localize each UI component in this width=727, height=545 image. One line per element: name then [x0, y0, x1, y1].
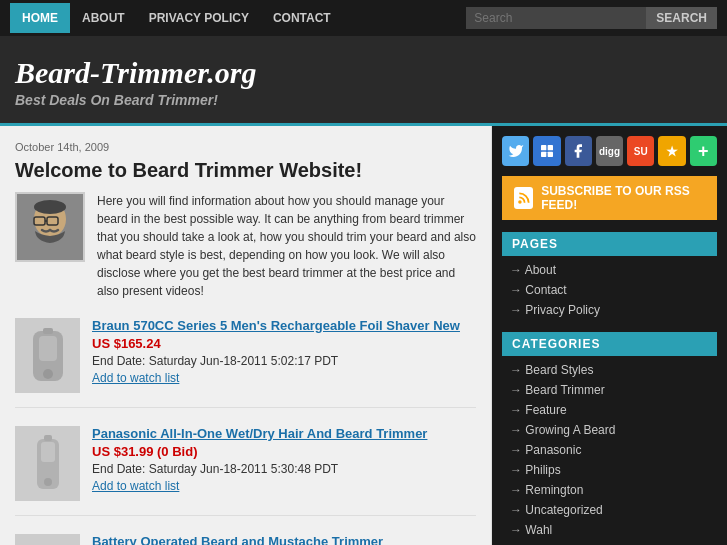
sidebar-item-panasonic[interactable]: Panasonic: [502, 440, 717, 460]
product-link[interactable]: Panasonic All-In-One Wet/Dry Hair And Be…: [92, 426, 476, 441]
product-link[interactable]: Battery Operated Beard and Mustache Trim…: [92, 534, 476, 545]
sidebar-item-contact[interactable]: Contact: [502, 280, 717, 300]
product-price: US $31.99 (0 Bid): [92, 444, 476, 459]
categories-section: CATEGORIES Beard Styles Beard Trimmer Fe…: [502, 332, 717, 540]
svg-rect-8: [43, 328, 53, 334]
facebook-icon[interactable]: [565, 136, 592, 166]
product-end-date: End Date: Saturday Jun-18-2011 5:30:48 P…: [92, 462, 476, 476]
nav-contact[interactable]: CONTACT: [261, 3, 343, 33]
delicious-icon[interactable]: [533, 136, 560, 166]
sidebar-item-growing-beard[interactable]: Growing A Beard: [502, 420, 717, 440]
svg-rect-16: [541, 145, 546, 150]
stumble-icon[interactable]: SU: [627, 136, 654, 166]
sidebar-item-uncategorized[interactable]: Uncategorized: [502, 500, 717, 520]
nav-privacy[interactable]: PRIVACY POLICY: [137, 3, 261, 33]
site-subtitle: Best Deals On Beard Trimmer!: [15, 92, 712, 108]
product-item: Braun 570CC Series 5 Men's Rechargeable …: [15, 318, 476, 408]
product-end-date: End Date: Saturday Jun-18-2011 5:02:17 P…: [92, 354, 476, 368]
product-watch[interactable]: Add to watch list: [92, 371, 476, 385]
add-icon[interactable]: +: [690, 136, 717, 166]
avatar: [15, 192, 85, 262]
product-image: [15, 534, 80, 545]
search-input[interactable]: [466, 7, 646, 29]
site-title: Beard-Trimmer.org: [15, 56, 712, 90]
digg-icon[interactable]: digg: [596, 136, 623, 166]
sidebar-item-beard-trimmer[interactable]: Beard Trimmer: [502, 380, 717, 400]
sidebar-item-privacy[interactable]: Privacy Policy: [502, 300, 717, 320]
product-info: Battery Operated Beard and Mustache Trim…: [92, 534, 476, 545]
sidebar-item-beard-styles[interactable]: Beard Styles: [502, 360, 717, 380]
intro-block: Here you will find information about how…: [15, 192, 476, 300]
categories-title: CATEGORIES: [502, 332, 717, 356]
svg-point-7: [43, 369, 53, 379]
social-icons: digg SU ★ +: [502, 136, 717, 166]
search-button[interactable]: SEARCH: [646, 7, 717, 29]
svg-point-11: [44, 478, 52, 486]
twitter-icon[interactable]: [502, 136, 529, 166]
product-list: Braun 570CC Series 5 Men's Rechargeable …: [15, 318, 476, 545]
sidebar: digg SU ★ + SUBSCRIBE TO OUR RSS FEED! P…: [492, 126, 727, 545]
product-watch[interactable]: Add to watch list: [92, 479, 476, 493]
product-info: Panasonic All-In-One Wet/Dry Hair And Be…: [92, 426, 476, 501]
pages-title: PAGES: [502, 232, 717, 256]
rss-banner[interactable]: SUBSCRIBE TO OUR RSS FEED!: [502, 176, 717, 220]
main-content: October 14th, 2009 Welcome to Beard Trim…: [0, 126, 492, 545]
product-item: Battery Operated Beard and Mustache Trim…: [15, 534, 476, 545]
nav-about[interactable]: ABOUT: [70, 3, 137, 33]
sidebar-item-remington[interactable]: Remington: [502, 480, 717, 500]
product-link[interactable]: Braun 570CC Series 5 Men's Rechargeable …: [92, 318, 476, 333]
product-image: [15, 318, 80, 393]
rss-text: SUBSCRIBE TO OUR RSS FEED!: [541, 184, 705, 212]
svg-rect-10: [41, 442, 55, 462]
svg-point-4: [34, 200, 66, 214]
intro-text: Here you will find information about how…: [97, 192, 476, 300]
nav-home[interactable]: HOME: [10, 3, 70, 33]
star-icon[interactable]: ★: [658, 136, 685, 166]
svg-rect-18: [541, 152, 546, 157]
sidebar-item-feature[interactable]: Feature: [502, 400, 717, 420]
sidebar-item-philips[interactable]: Philips: [502, 460, 717, 480]
svg-rect-19: [548, 152, 553, 157]
site-header: Beard-Trimmer.org Best Deals On Beard Tr…: [0, 36, 727, 126]
svg-point-20: [518, 200, 522, 204]
post-date: October 14th, 2009: [15, 141, 476, 153]
sidebar-item-wahl[interactable]: Wahl: [502, 520, 717, 540]
sidebar-item-about[interactable]: About: [502, 260, 717, 280]
search-area: SEARCH: [466, 7, 717, 29]
pages-section: PAGES About Contact Privacy Policy: [502, 232, 717, 320]
svg-rect-17: [548, 145, 553, 150]
product-item: Panasonic All-In-One Wet/Dry Hair And Be…: [15, 426, 476, 516]
product-image: [15, 426, 80, 501]
product-price: US $165.24: [92, 336, 476, 351]
navigation: HOME ABOUT PRIVACY POLICY CONTACT SEARCH: [0, 0, 727, 36]
main-wrapper: October 14th, 2009 Welcome to Beard Trim…: [0, 126, 727, 545]
rss-icon: [514, 187, 533, 209]
post-title: Welcome to Beard Trimmer Website!: [15, 159, 476, 182]
product-info: Braun 570CC Series 5 Men's Rechargeable …: [92, 318, 476, 393]
svg-rect-6: [39, 336, 57, 361]
svg-rect-12: [44, 435, 52, 441]
